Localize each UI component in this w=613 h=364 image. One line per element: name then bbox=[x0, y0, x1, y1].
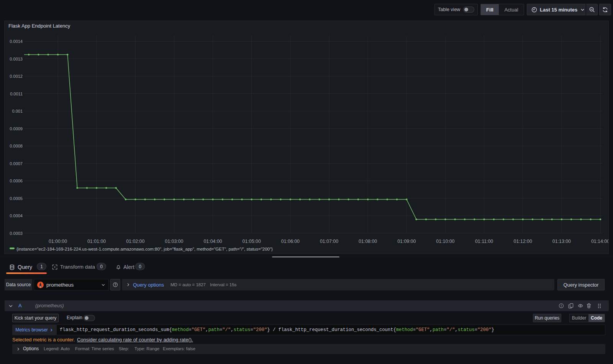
svg-text:0.0006: 0.0006 bbox=[10, 179, 23, 183]
svg-text:01:02:00: 01:02:00 bbox=[126, 239, 144, 244]
svg-text:01:10:00: 01:10:00 bbox=[436, 239, 454, 244]
svg-text:01:05:00: 01:05:00 bbox=[243, 239, 261, 244]
svg-text:0.0013: 0.0013 bbox=[10, 57, 23, 61]
svg-text:0.001: 0.001 bbox=[12, 109, 23, 113]
svg-text:0.0014: 0.0014 bbox=[10, 39, 23, 44]
svg-text:01:09:00: 01:09:00 bbox=[397, 239, 416, 244]
svg-text:0.0003: 0.0003 bbox=[10, 231, 23, 236]
svg-text:0.0008: 0.0008 bbox=[10, 144, 23, 148]
svg-text:0.0012: 0.0012 bbox=[10, 74, 23, 79]
svg-text:0.0007: 0.0007 bbox=[10, 161, 23, 166]
svg-text:01:11:00: 01:11:00 bbox=[475, 239, 493, 244]
svg-text:01:04:00: 01:04:00 bbox=[203, 239, 222, 244]
svg-text:01:07:00: 01:07:00 bbox=[320, 239, 338, 244]
svg-text:01:06:00: 01:06:00 bbox=[281, 239, 300, 244]
svg-text:0.0004: 0.0004 bbox=[10, 213, 23, 218]
svg-text:0.0009: 0.0009 bbox=[10, 126, 23, 131]
svg-text:01:14:00: 01:14:00 bbox=[591, 239, 608, 244]
svg-text:01:12:00: 01:12:00 bbox=[514, 239, 532, 244]
svg-text:01:01:00: 01:01:00 bbox=[87, 239, 106, 244]
svg-text:01:00:00: 01:00:00 bbox=[49, 239, 67, 244]
svg-text:0.0005: 0.0005 bbox=[10, 196, 23, 201]
svg-text:01:08:00: 01:08:00 bbox=[359, 239, 377, 244]
svg-text:0.0011: 0.0011 bbox=[10, 92, 23, 96]
svg-text:{instance="ec2-184-169-216-224: {instance="ec2-184-169-216-224.us-west-1… bbox=[16, 247, 273, 251]
svg-text:01:13:00: 01:13:00 bbox=[552, 239, 571, 244]
svg-text:01:03:00: 01:03:00 bbox=[165, 239, 183, 244]
